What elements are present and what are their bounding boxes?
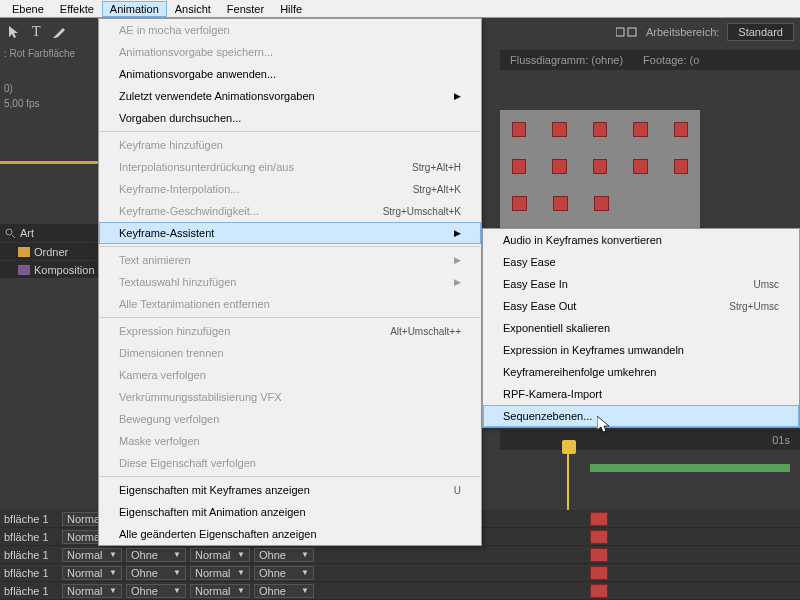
menu-item-label: Textauswahl hinzufügen [119, 276, 236, 288]
solid-layer [512, 122, 526, 137]
menu-item-label: Alle geänderten Eigenschaften anzeigen [119, 528, 317, 540]
layer-name: bfläche 1 [0, 585, 60, 597]
layer-bar[interactable] [590, 530, 608, 544]
menu-item-label: AE in mocha verfolgen [119, 24, 230, 36]
menu-item[interactable]: Vorgaben durchsuchen... [99, 107, 481, 129]
menu-item-label: Animationsvorgabe speichern... [119, 46, 273, 58]
menu-animation[interactable]: Animation [102, 1, 167, 17]
menu-item[interactable]: Eigenschaften mit Animation anzeigen [99, 501, 481, 523]
menu-item[interactable]: Animationsvorgabe anwenden... [99, 63, 481, 85]
menu-item: Kamera verfolgen [99, 364, 481, 386]
solid-layer [552, 122, 566, 137]
svg-rect-1 [628, 28, 636, 36]
menu-item-label: Verkrümmungsstabilisierung VFX [119, 391, 282, 403]
menu-item[interactable]: Keyframe-Assistent▶ [99, 222, 481, 244]
submenu-item[interactable]: Keyframereihenfolge umkehren [483, 361, 799, 383]
blend-mode-select[interactable]: Normal▼ [190, 566, 250, 580]
menu-item: Expression hinzufügenAlt+Umschalt++ [99, 320, 481, 342]
selection-tool-icon[interactable] [6, 24, 22, 40]
solid-layer [674, 159, 688, 174]
tab-footage[interactable]: Footage: (o [643, 54, 699, 66]
tab-flowchart[interactable]: Flussdiagramm: (ohne) [510, 54, 623, 66]
submenu-item[interactable]: Easy Ease InUmsc [483, 273, 799, 295]
submenu-item[interactable]: RPF-Kamera-Import [483, 383, 799, 405]
menu-item-label: Dimensionen trennen [119, 347, 224, 359]
menu-effekte[interactable]: Effekte [52, 1, 102, 17]
project-info-1: 0) [0, 81, 100, 96]
submenu-item[interactable]: Easy Ease OutStrg+Umsc [483, 295, 799, 317]
menu-item[interactable]: Alle geänderten Eigenschaften anzeigen [99, 523, 481, 545]
menu-item: Animationsvorgabe speichern... [99, 41, 481, 63]
blend-mode-select[interactable]: Normal▼ [62, 548, 122, 562]
menu-item: AE in mocha verfolgen [99, 19, 481, 41]
menu-shortcut: Alt+Umschalt++ [390, 326, 461, 337]
project-row-folder[interactable]: Ordner [0, 242, 100, 260]
menu-item: Maske verfolgen [99, 430, 481, 452]
timeline-layer-row[interactable]: bfläche 1Normal▼Ohne▼Normal▼Ohne▼ [0, 582, 800, 600]
layer-bar[interactable] [590, 548, 608, 562]
submenu-item-label: Keyframereihenfolge umkehren [503, 366, 656, 378]
text-tool-icon[interactable]: T [32, 24, 41, 40]
solid-layer [553, 196, 568, 211]
menu-item[interactable]: Zuletzt verwendete Animationsvorgaben▶ [99, 85, 481, 107]
submenu-arrow-icon: ▶ [454, 277, 461, 287]
menu-item: Text animieren▶ [99, 249, 481, 271]
track-matte-select[interactable]: Ohne▼ [254, 584, 314, 598]
submenu-arrow-icon: ▶ [454, 91, 461, 101]
submenu-item[interactable]: Audio in Keyframes konvertieren [483, 229, 799, 251]
track-matte-select[interactable]: Ohne▼ [126, 584, 186, 598]
layer-name: bfläche 1 [0, 531, 60, 543]
menu-item: Alle Textanimationen entfernen [99, 293, 481, 315]
blend-mode-select[interactable]: Normal▼ [190, 584, 250, 598]
submenu-arrow-icon: ▶ [454, 255, 461, 265]
project-row-comp[interactable]: Komposition [0, 260, 100, 278]
menu-item: Keyframe hinzufügen [99, 134, 481, 156]
menu-shortcut: Strg+Umsc [729, 301, 779, 312]
solid-layer [512, 196, 527, 211]
menu-item: Textauswahl hinzufügen▶ [99, 271, 481, 293]
menu-ansicht[interactable]: Ansicht [167, 1, 219, 17]
layer-bar[interactable] [590, 566, 608, 580]
pen-tool-icon[interactable] [51, 24, 67, 40]
menu-item: Bewegung verfolgen [99, 408, 481, 430]
blend-mode-select[interactable]: Normal▼ [62, 584, 122, 598]
work-area-bar[interactable] [590, 464, 790, 472]
menu-item: Keyframe-Geschwindigkeit...Strg+Umschalt… [99, 200, 481, 222]
menu-ebene[interactable]: Ebene [4, 1, 52, 17]
blend-mode-select[interactable]: Normal▼ [190, 548, 250, 562]
timeline-layer-row[interactable]: bfläche 1Normal▼Ohne▼Normal▼Ohne▼ [0, 564, 800, 582]
blend-mode-select[interactable]: Normal▼ [62, 566, 122, 580]
layer-bar[interactable] [590, 584, 608, 598]
track-matte-select[interactable]: Ohne▼ [126, 548, 186, 562]
solid-layer [633, 159, 647, 174]
current-time-indicator[interactable] [562, 440, 576, 454]
timeline-layer-row[interactable]: bfläche 1Normal▼Ohne▼Normal▼Ohne▼ [0, 546, 800, 564]
submenu-item[interactable]: Sequenzebenen... [483, 405, 799, 427]
project-column-header[interactable]: Art [0, 224, 100, 242]
submenu-item[interactable]: Easy Ease [483, 251, 799, 273]
solid-layer [674, 122, 688, 137]
time-ruler[interactable]: 01s [500, 430, 800, 450]
menu-fenster[interactable]: Fenster [219, 1, 272, 17]
submenu-item[interactable]: Expression in Keyframes umwandeln [483, 339, 799, 361]
layer-name: bfläche 1 [0, 567, 60, 579]
track-matte-select[interactable]: Ohne▼ [254, 548, 314, 562]
solid-layer [594, 196, 609, 211]
composition-viewer[interactable] [500, 110, 700, 230]
search-icon [4, 227, 16, 239]
submenu-item[interactable]: Exponentiell skalieren [483, 317, 799, 339]
keyframe-assistent-submenu: Audio in Keyframes konvertierenEasy Ease… [482, 228, 800, 428]
menu-item-label: Eigenschaften mit Animation anzeigen [119, 506, 306, 518]
snapping-icon[interactable] [616, 26, 638, 38]
workspace-selector[interactable]: Standard [727, 23, 794, 41]
solid-layer [593, 122, 607, 137]
track-matte-select[interactable]: Ohne▼ [254, 566, 314, 580]
menu-hilfe[interactable]: Hilfe [272, 1, 310, 17]
menu-item-label: Keyframe-Assistent [119, 227, 214, 239]
layer-bar[interactable] [590, 512, 608, 526]
menu-item-label: Zuletzt verwendete Animationsvorgaben [119, 90, 315, 102]
track-matte-select[interactable]: Ohne▼ [126, 566, 186, 580]
menu-item[interactable]: Eigenschaften mit Keyframes anzeigenU [99, 479, 481, 501]
layer-name: bfläche 1 [0, 549, 60, 561]
submenu-arrow-icon: ▶ [454, 228, 461, 238]
